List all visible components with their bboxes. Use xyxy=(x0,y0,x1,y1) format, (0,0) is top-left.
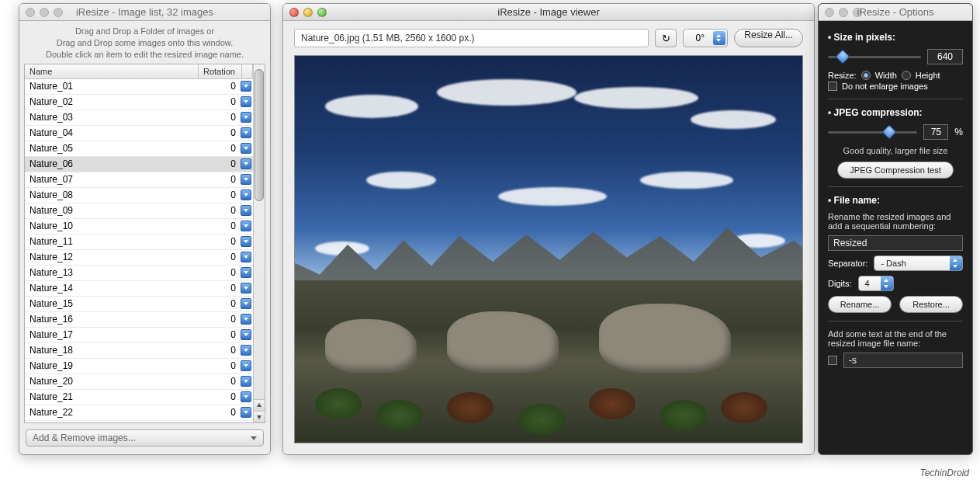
slider-thumb-icon[interactable] xyxy=(835,49,850,64)
table-body[interactable]: Nature_010Nature_020Nature_030Nature_040… xyxy=(25,79,253,422)
rotation-dropdown-icon[interactable] xyxy=(241,360,251,371)
viewer-toolbar: Nature_06.jpg (1.51 MB, 2560 x 1600 px.)… xyxy=(283,21,814,52)
rotation-dropdown-icon[interactable] xyxy=(241,221,251,231)
table-row[interactable]: Nature_220 xyxy=(25,405,253,421)
table-row[interactable]: Nature_020 xyxy=(25,95,253,110)
vertical-scrollbar[interactable] xyxy=(253,64,265,422)
width-label: Width xyxy=(875,71,897,80)
height-radio[interactable] xyxy=(902,71,911,80)
table-row[interactable]: Nature_160 xyxy=(25,312,253,328)
cell-rotation: 0 xyxy=(197,314,241,325)
rotation-dropdown-icon[interactable] xyxy=(241,267,251,278)
table-row[interactable]: Nature_080 xyxy=(25,188,253,203)
rotation-dropdown-icon[interactable] xyxy=(241,391,251,402)
digits-select[interactable]: 4 xyxy=(858,276,894,291)
slider-thumb-icon[interactable] xyxy=(881,124,897,140)
rotation-dropdown-icon[interactable] xyxy=(241,236,251,247)
filename-input[interactable] xyxy=(828,235,963,251)
table-row[interactable]: Nature_010 xyxy=(25,79,253,95)
table-row[interactable]: Nature_170 xyxy=(25,328,253,343)
jpeg-value[interactable]: 75 xyxy=(923,124,948,140)
rotation-dropdown-icon[interactable] xyxy=(241,298,251,309)
jpeg-slider[interactable] xyxy=(828,126,917,138)
column-rotation[interactable]: Rotation xyxy=(199,64,242,78)
column-name[interactable]: Name xyxy=(25,64,199,78)
rename-button[interactable]: Rename... xyxy=(828,296,892,313)
rotation-dropdown-icon[interactable] xyxy=(241,376,251,387)
rotation-dropdown-icon[interactable] xyxy=(241,314,251,325)
width-radio[interactable] xyxy=(861,71,871,80)
rotation-dropdown-icon[interactable] xyxy=(241,127,251,138)
rotate-button[interactable]: ↻ xyxy=(655,29,677,47)
table-row[interactable]: Nature_180 xyxy=(25,343,253,359)
close-icon[interactable] xyxy=(289,8,299,17)
image-canvas xyxy=(294,55,803,443)
scroll-down-icon[interactable] xyxy=(254,411,265,422)
height-label: Height xyxy=(916,71,940,80)
scroll-thumb[interactable] xyxy=(255,69,264,201)
table-row[interactable]: Nature_040 xyxy=(25,126,253,141)
rotation-dropdown-icon[interactable] xyxy=(241,143,251,154)
table-header: Name Rotation xyxy=(25,64,253,79)
resize-all-button[interactable]: Resize All... xyxy=(734,29,803,47)
table-row[interactable]: Nature_030 xyxy=(25,110,253,126)
minimize-icon[interactable] xyxy=(40,8,49,17)
table-row[interactable]: Nature_150 xyxy=(25,297,253,312)
table-row[interactable]: Nature_190 xyxy=(25,359,253,374)
table-row[interactable]: Nature_050 xyxy=(25,141,253,157)
restore-button[interactable]: Restore... xyxy=(899,296,963,313)
rotation-dropdown-icon[interactable] xyxy=(241,158,251,169)
rotation-dropdown-icon[interactable] xyxy=(241,252,251,262)
no-enlarge-label: Do not enlarge images xyxy=(842,82,928,91)
table-row[interactable]: Nature_090 xyxy=(25,203,253,219)
size-value[interactable]: 640 xyxy=(927,49,963,64)
rotation-dropdown-icon[interactable] xyxy=(241,96,251,107)
table-row[interactable]: Nature_070 xyxy=(25,172,253,188)
suffix-checkbox[interactable] xyxy=(828,356,837,365)
chevron-updown-icon xyxy=(950,256,962,270)
cell-rotation: 0 xyxy=(197,407,241,418)
rotation-dropdown-icon[interactable] xyxy=(241,189,251,200)
zoom-icon[interactable] xyxy=(317,8,327,17)
table-row[interactable]: Nature_140 xyxy=(25,281,253,297)
table-row[interactable]: Nature_060 xyxy=(25,157,253,172)
table-row[interactable]: Nature_110 xyxy=(25,235,253,250)
size-slider[interactable] xyxy=(828,50,921,63)
table-row[interactable]: Nature_100 xyxy=(25,219,253,235)
rotation-dropdown-icon[interactable] xyxy=(241,112,251,123)
image-viewer-window: iResize - Image viewer Nature_06.jpg (1.… xyxy=(282,3,815,455)
cell-rotation: 0 xyxy=(197,174,241,185)
zoom-icon[interactable] xyxy=(54,8,63,17)
add-remove-button[interactable]: Add & Remove images... xyxy=(26,429,264,447)
table-row[interactable]: Nature_210 xyxy=(25,390,253,405)
separator-select[interactable]: - Dash xyxy=(874,255,963,271)
rotation-dropdown-icon[interactable] xyxy=(241,205,251,216)
zoom-icon[interactable] xyxy=(853,8,862,17)
table-row[interactable]: Nature_200 xyxy=(25,374,253,390)
options-titlebar[interactable]: iResize - Options xyxy=(819,4,972,21)
table-row[interactable]: Nature_130 xyxy=(25,266,253,281)
cell-name: Nature_22 xyxy=(25,407,197,418)
close-icon[interactable] xyxy=(26,8,35,17)
rotation-dropdown-icon[interactable] xyxy=(241,283,251,294)
minimize-icon[interactable] xyxy=(839,8,848,17)
jpeg-test-button[interactable]: JPEG Compression test xyxy=(837,162,954,179)
rotation-dropdown-icon[interactable] xyxy=(241,345,251,356)
cell-name: Nature_05 xyxy=(25,143,197,154)
rotation-select[interactable]: 0° xyxy=(683,29,728,47)
rotation-dropdown-icon[interactable] xyxy=(241,407,251,418)
suffix-input[interactable] xyxy=(843,353,963,368)
rotation-dropdown-icon[interactable] xyxy=(241,329,251,340)
viewer-titlebar[interactable]: iResize - Image viewer xyxy=(283,4,814,21)
rotation-dropdown-icon[interactable] xyxy=(241,174,251,185)
cell-rotation: 0 xyxy=(197,143,241,154)
table-row[interactable]: Nature_120 xyxy=(25,250,253,266)
rotation-dropdown-icon[interactable] xyxy=(241,81,251,92)
cell-rotation: 0 xyxy=(197,298,241,309)
close-icon[interactable] xyxy=(825,8,834,17)
image-list-titlebar[interactable]: iResize - Image list, 32 images xyxy=(19,4,270,21)
rotation-value: 0° xyxy=(696,33,705,43)
minimize-icon[interactable] xyxy=(303,8,313,17)
no-enlarge-checkbox[interactable] xyxy=(828,82,837,91)
scroll-up-icon[interactable] xyxy=(254,399,265,411)
